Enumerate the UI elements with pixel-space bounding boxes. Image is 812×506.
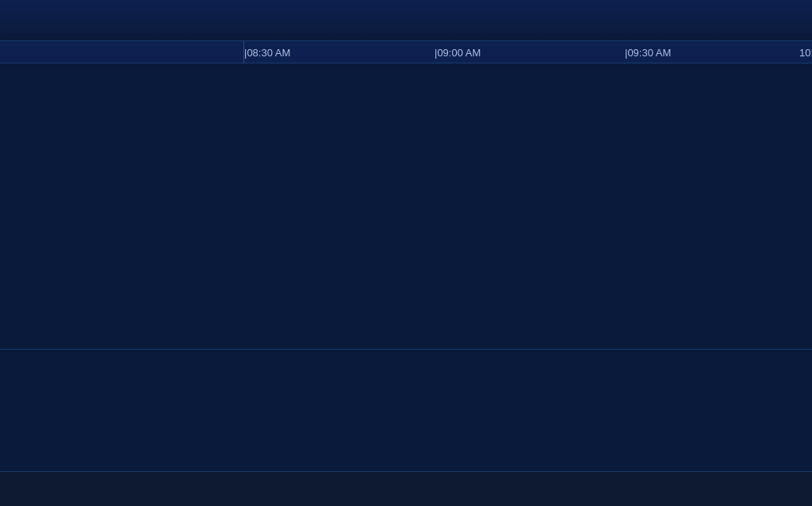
timebar-channel-spacer bbox=[0, 41, 244, 63]
time-marker: 10:00 AM bbox=[799, 46, 812, 58]
time-marker: |08:30 AM bbox=[244, 46, 290, 58]
timebar-times: |08:30 AM|09:00 AM|09:30 AM10:00 AM bbox=[244, 41, 812, 63]
timebar: |08:30 AM|09:00 AM|09:30 AM10:00 AM bbox=[0, 41, 812, 63]
program-grid bbox=[0, 63, 812, 349]
description-area bbox=[0, 349, 812, 420]
bottom-bar bbox=[0, 471, 812, 506]
time-marker: |09:00 AM bbox=[435, 46, 481, 58]
header bbox=[0, 0, 812, 41]
time-marker: |09:30 AM bbox=[625, 46, 671, 58]
